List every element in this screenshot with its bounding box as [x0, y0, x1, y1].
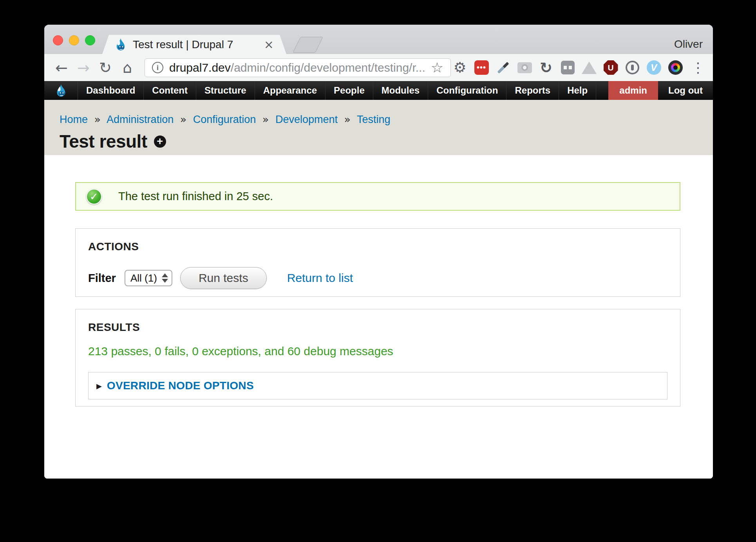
toolbar-item-dashboard[interactable]: Dashboard	[78, 81, 144, 100]
lastpass-extension-icon[interactable]: •••	[473, 60, 490, 76]
toolbar-item-content[interactable]: Content	[144, 81, 196, 100]
screenshot-camera-extension-icon[interactable]	[516, 60, 533, 76]
url-domain: drupal7.dev	[169, 61, 231, 74]
breadcrumb: Home » Administration » Configuration » …	[60, 113, 713, 126]
breadcrumb-home[interactable]: Home	[60, 114, 88, 125]
active-tab[interactable]: Test result | Drupal 7 ×	[102, 35, 286, 54]
bookmark-star-icon[interactable]: ☆	[431, 60, 443, 76]
home-icon[interactable]: ⌂	[118, 59, 137, 76]
sync-history-extension-icon[interactable]: ↻	[538, 60, 554, 76]
settings-gear-icon[interactable]: ⚙	[452, 60, 468, 76]
tab-title: Test result | Drupal 7	[133, 38, 264, 51]
tab-strip: Test result | Drupal 7 × Oliver	[44, 25, 713, 54]
tampermonkey-extension-icon[interactable]	[559, 60, 576, 76]
results-fieldset: RESULTS 213 passes, 0 fails, 0 exception…	[75, 309, 680, 406]
toolbar-item-modules[interactable]: Modules	[373, 81, 428, 100]
breadcrumb-separator: »	[344, 113, 351, 125]
run-tests-button[interactable]: Run tests	[180, 267, 267, 289]
breadcrumb-separator: »	[262, 113, 269, 125]
breadcrumb-separator: »	[94, 113, 101, 125]
filter-label: Filter	[88, 272, 116, 285]
page-title: Test result	[60, 131, 147, 152]
password-manager-extension-icon[interactable]	[624, 60, 640, 76]
status-ok-check-icon: ✓	[86, 189, 102, 204]
select-stepper-icon	[162, 273, 168, 283]
browser-profile-name[interactable]: Oliver	[674, 38, 703, 51]
override-node-options-fieldset[interactable]: ▶ OVERRIDE NODE OPTIONS	[88, 372, 667, 399]
filter-select-value: All (1)	[130, 272, 157, 284]
toolbar-user-admin-link[interactable]: admin	[608, 81, 658, 100]
breadcrumb-administration[interactable]: Administration	[107, 114, 174, 125]
reload-icon[interactable]: ↻	[96, 59, 115, 76]
results-legend: RESULTS	[88, 321, 667, 334]
status-message-text: The test run finished in 25 sec.	[118, 190, 273, 203]
page-content: ✓ The test run finished in 25 sec. ACTIO…	[44, 155, 713, 479]
breadcrumb-configuration[interactable]: Configuration	[193, 114, 256, 125]
google-drive-extension-icon[interactable]	[581, 60, 597, 76]
breadcrumb-testing[interactable]: Testing	[357, 114, 391, 125]
results-summary: 213 passes, 0 fails, 0 exceptions, and 6…	[88, 345, 667, 358]
toolbar-logout-link[interactable]: Log out	[658, 81, 713, 100]
drupal-admin-toolbar: Dashboard Content Structure Appearance P…	[44, 81, 713, 100]
url-path: /admin/config/development/testing/r...	[231, 61, 425, 74]
drupal-favicon	[115, 38, 127, 52]
actions-fieldset: ACTIONS Filter All (1) Run tests Return …	[75, 228, 680, 297]
toolbar-item-appearance[interactable]: Appearance	[255, 81, 326, 100]
breadcrumb-separator: »	[180, 113, 187, 125]
toolbar-item-configuration[interactable]: Configuration	[428, 81, 506, 100]
page-info-icon[interactable]: i	[152, 62, 163, 73]
back-icon[interactable]: ←	[52, 59, 71, 76]
close-window-button[interactable]	[53, 35, 63, 45]
actions-legend: ACTIONS	[88, 240, 667, 253]
drupal-logo[interactable]	[44, 81, 78, 100]
browser-menu-icon[interactable]: ⋮	[691, 60, 705, 76]
tab-close-icon[interactable]: ×	[264, 38, 274, 51]
new-tab-button[interactable]	[293, 37, 323, 53]
vimium-extension-icon[interactable]: V	[646, 60, 662, 76]
site-header: Home » Administration » Configuration » …	[44, 100, 713, 155]
override-node-options-link[interactable]: OVERRIDE NODE OPTIONS	[107, 379, 254, 392]
eyedropper-extension-icon[interactable]	[495, 60, 511, 76]
toolbar-item-structure[interactable]: Structure	[196, 81, 255, 100]
add-shortcut-icon[interactable]: +	[154, 136, 166, 148]
extension-icons: ⚙ ••• ↻ U V ⋮	[452, 60, 705, 76]
toolbar-item-people[interactable]: People	[326, 81, 373, 100]
toolbar-item-reports[interactable]: Reports	[506, 81, 559, 100]
status-message: ✓ The test run finished in 25 sec.	[75, 182, 680, 211]
camera-lens-extension-icon[interactable]	[667, 60, 684, 76]
browser-window: Test result | Drupal 7 × Oliver ← → ↻ ⌂ …	[44, 25, 713, 479]
return-to-list-link[interactable]: Return to list	[287, 271, 353, 285]
forward-icon: →	[74, 59, 93, 76]
toolbar-item-help[interactable]: Help	[559, 81, 596, 100]
address-bar[interactable]: i drupal7.dev /admin/config/development/…	[145, 58, 451, 77]
browser-toolbar: ← → ↻ ⌂ i drupal7.dev /admin/config/deve…	[44, 54, 713, 81]
minimize-window-button[interactable]	[69, 35, 79, 45]
collapse-arrow-icon: ▶	[96, 382, 102, 390]
zoom-window-button[interactable]	[85, 35, 95, 45]
traffic-lights	[53, 35, 95, 45]
ublock-extension-icon[interactable]: U	[602, 60, 619, 76]
breadcrumb-development[interactable]: Development	[275, 114, 338, 125]
filter-select[interactable]: All (1)	[125, 270, 172, 286]
